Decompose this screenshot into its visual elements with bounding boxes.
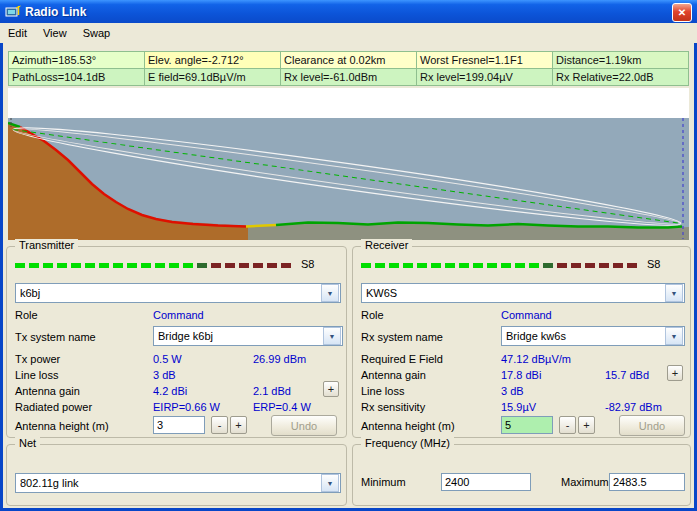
rx-height-increase-button[interactable]: + <box>578 416 595 434</box>
menu-edit[interactable]: Edit <box>0 25 35 41</box>
signal-meter-segment <box>141 263 151 268</box>
signal-meter-segment <box>281 263 291 268</box>
tx-power-label: Tx power <box>15 353 60 365</box>
signal-meter-segment <box>267 263 277 268</box>
chevron-down-icon[interactable]: ▼ <box>665 284 683 302</box>
chevron-down-icon[interactable]: ▼ <box>323 327 341 345</box>
chevron-down-icon[interactable]: ▼ <box>665 327 683 345</box>
frequency-max-label: Maximum <box>561 476 609 488</box>
rx-height-decrease-button[interactable]: - <box>559 416 576 434</box>
worst-fresnel-cell: Worst Fresnel=1.1F1 <box>417 52 553 69</box>
tx-unit-value: k6bj <box>16 287 320 299</box>
rx-level-uv-cell: Rx level=199.04µV <box>417 69 553 85</box>
signal-meter-segment <box>627 263 637 268</box>
rx-required-efield-label: Required E Field <box>361 353 443 365</box>
frequency-min-input[interactable] <box>441 473 531 491</box>
marginal-line-yellow <box>246 225 276 227</box>
signal-meter-segment <box>127 263 137 268</box>
signal-meter-segment <box>71 263 81 268</box>
tx-line-loss-value: 3 dB <box>153 369 176 381</box>
signal-meter-segment <box>225 263 235 268</box>
signal-meter-segment <box>197 263 207 268</box>
signal-meter-segment <box>473 263 483 268</box>
rx-role-value: Command <box>501 309 552 321</box>
signal-meter-segment <box>459 263 469 268</box>
title-bar: Radio Link ✕ <box>0 0 697 23</box>
rx-sensitivity-dbm: -82.97 dBm <box>605 401 662 413</box>
chevron-down-icon[interactable]: ▼ <box>321 474 339 492</box>
tx-line-loss-label: Line loss <box>15 369 58 381</box>
signal-meter-segment <box>183 263 193 268</box>
rx-signal-level: S8 <box>647 258 660 270</box>
frequency-min-label: Minimum <box>361 476 406 488</box>
rx-antenna-height-input[interactable] <box>501 416 553 434</box>
distance-cell: Distance=1.19km <box>553 52 688 69</box>
rx-required-efield-value: 47.12 dBµV/m <box>501 353 571 365</box>
signal-meter-segment <box>253 263 263 268</box>
receiver-group: Receiver S8 KW6S ▼ Role Command Rx syste… <box>352 246 691 438</box>
rx-relative-cell: Rx Relative=22.0dB <box>553 69 688 85</box>
chevron-down-icon[interactable]: ▼ <box>321 284 339 302</box>
transmitter-group: Transmitter S8 k6bj ▼ Role Command Tx sy… <box>6 246 347 438</box>
rx-undo-button[interactable]: Undo <box>619 415 685 436</box>
net-select[interactable]: 802.11g link ▼ <box>15 473 341 493</box>
signal-meter-segment <box>85 263 95 268</box>
signal-meter-segment <box>113 263 123 268</box>
tx-antenna-detail-button[interactable]: + <box>323 381 339 397</box>
tx-antenna-gain-label: Antenna gain <box>15 385 80 397</box>
tx-eirp-value: EIRP=0.66 W <box>153 401 220 413</box>
frequency-max-input[interactable] <box>609 473 685 491</box>
signal-meter-segment <box>557 263 567 268</box>
rx-unit-value: KW6S <box>362 287 664 299</box>
tx-system-value: Bridge k6bj <box>154 330 322 342</box>
close-button[interactable]: ✕ <box>672 3 692 22</box>
signal-meter-segment <box>389 263 399 268</box>
signal-meter-segment <box>417 263 427 268</box>
azimuth-cell: Azimuth=185.53° <box>9 52 145 69</box>
signal-meter-segment <box>613 263 623 268</box>
signal-meter-segment <box>403 263 413 268</box>
radio-link-window: Radio Link ✕ Edit View Swap Azimuth=185.… <box>0 0 697 511</box>
signal-meter-segment <box>585 263 595 268</box>
signal-meter-segment <box>375 263 385 268</box>
signal-meter-segment <box>361 263 371 268</box>
signal-meter-segment <box>571 263 581 268</box>
signal-meter-segment <box>599 263 609 268</box>
signal-meter-segment <box>169 263 179 268</box>
rx-system-value: Bridge kw6s <box>502 330 664 342</box>
tx-undo-button[interactable]: Undo <box>271 415 337 436</box>
tx-height-increase-button[interactable]: + <box>230 416 247 434</box>
signal-meter-segment <box>445 263 455 268</box>
signal-meter-segment <box>501 263 511 268</box>
window-title: Radio Link <box>25 5 86 19</box>
tx-radiated-power-label: Radiated power <box>15 401 92 413</box>
tx-antenna-gain-dbd: 2.1 dBd <box>253 385 291 397</box>
tx-power-watts: 0.5 W <box>153 353 182 365</box>
tx-signal-level: S8 <box>301 258 314 270</box>
rx-unit-select[interactable]: KW6S ▼ <box>361 283 685 303</box>
rx-system-select[interactable]: Bridge kw6s ▼ <box>501 326 685 346</box>
frequency-group-label: Frequency (MHz) <box>361 437 454 449</box>
signal-meter-segment <box>487 263 497 268</box>
signal-meter-segment <box>431 263 441 268</box>
tx-antenna-height-input[interactable] <box>153 416 205 434</box>
signal-meter-segment <box>57 263 67 268</box>
rx-sensitivity-uv: 15.9µV <box>501 401 536 413</box>
e-field-cell: E field=69.1dBµV/m <box>145 69 281 85</box>
rx-antenna-detail-button[interactable]: + <box>667 365 683 381</box>
tx-role-value: Command <box>153 309 204 321</box>
tx-height-decrease-button[interactable]: - <box>211 416 228 434</box>
signal-meter-segment <box>155 263 165 268</box>
rx-antenna-height-label: Antenna height (m) <box>361 420 455 432</box>
rx-antenna-gain-dbd: 15.7 dBd <box>605 369 649 381</box>
elev-angle-cell: Elev. angle=-2.712° <box>145 52 281 69</box>
rx-antenna-gain-label: Antenna gain <box>361 369 426 381</box>
menu-view[interactable]: View <box>35 25 75 41</box>
rx-level-dbm-cell: Rx level=-61.0dBm <box>281 69 417 85</box>
tx-system-select[interactable]: Bridge k6bj ▼ <box>153 326 343 346</box>
menu-swap[interactable]: Swap <box>75 25 119 41</box>
tx-unit-select[interactable]: k6bj ▼ <box>15 283 341 303</box>
signal-meter-segment <box>239 263 249 268</box>
pathloss-cell: PathLoss=104.1dB <box>9 69 145 85</box>
rx-system-label: Rx system name <box>361 331 443 343</box>
